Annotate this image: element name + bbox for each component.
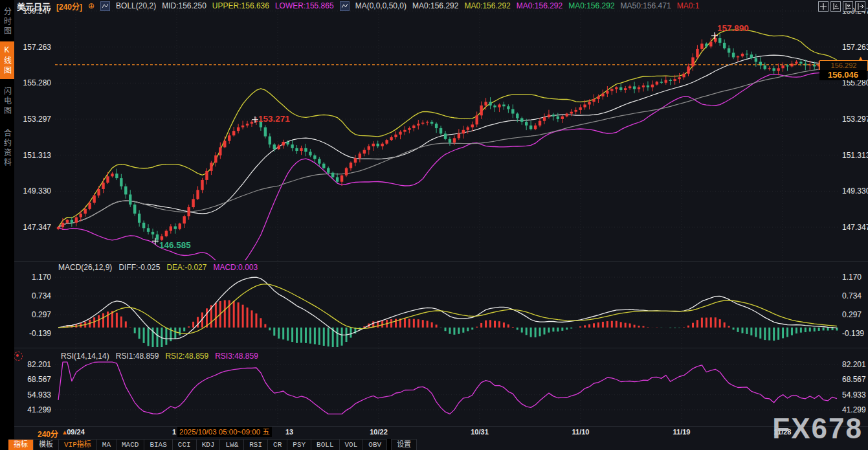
sidebar-item-lightning-chart[interactable]: 闪电图 xyxy=(0,82,14,120)
macd-pane-header: MACD(26,12,9) DIFF:-0.025 DEA:-0.027 MAC… xyxy=(58,263,258,272)
macd-hist-value: MACD:0.003 xyxy=(213,263,258,272)
toolbar-item-ma[interactable]: MA xyxy=(97,439,117,450)
indicator-toolbar: 指标 模板 VIP指标 MA MACD BIAS CCI KDJ LW& RSI… xyxy=(8,439,417,450)
toolbar-item-boll[interactable]: BOLL xyxy=(311,439,339,450)
peak-price-annotation: 153.271 xyxy=(258,114,290,124)
macd-label: MACD(26,12,9) xyxy=(58,263,112,272)
bid-price-label: 156.046 xyxy=(819,70,867,80)
boll-mid-value: MID:156.250 xyxy=(162,1,206,10)
period-label[interactable]: [240分] xyxy=(56,1,82,12)
x-axis-label: 09/24 xyxy=(67,428,85,436)
rsi3-value: RSI3:48.859 xyxy=(215,352,258,361)
boll-upper-value: UPPER:156.636 xyxy=(212,1,269,10)
boll-indicator-icon[interactable] xyxy=(100,1,110,11)
toolbar-item-macd[interactable]: MACD xyxy=(117,439,144,450)
toolbar-item-psy[interactable]: PSY xyxy=(287,439,311,450)
chart-header: 美元日元 [240分] ⊕ BOLL(20,2) MID:156.250 UPP… xyxy=(17,1,699,11)
ma0-magenta-value: MA0:156.292 xyxy=(517,1,562,10)
toolbar-item-obv[interactable]: OBV xyxy=(363,439,387,450)
ma-indicator-icon[interactable] xyxy=(340,1,350,11)
toolbar-item-lwr[interactable]: LW& xyxy=(220,439,244,450)
fx678-watermark: FX678 xyxy=(772,412,863,445)
ma50-value: MA50:156.471 xyxy=(621,1,671,10)
ma0-white-value: MA0:156.292 xyxy=(412,1,458,10)
crosshair-icon[interactable] xyxy=(818,1,829,12)
ma0-green-value: MA0:156.292 xyxy=(568,1,614,10)
rsi2-value: RSI2:48.859 xyxy=(165,352,208,361)
rsi-pane-header: RSI(14,14,14) RSI1:48.859 RSI2:48.859 RS… xyxy=(61,352,258,361)
toolbar-item-vip-indicator[interactable]: VIP指标 xyxy=(59,439,97,450)
axis-left-icon[interactable] xyxy=(830,1,841,12)
chart-window-controls xyxy=(818,1,865,12)
toolbar-item-kdj[interactable]: KDJ xyxy=(197,439,221,450)
chart-type-sidebar: 分时图 K线图 闪电图 合约资料 xyxy=(0,0,14,450)
toolbar-item-cr[interactable]: CR xyxy=(268,439,287,450)
sidebar-item-timeline-chart[interactable]: 分时图 xyxy=(0,3,14,40)
ma0-red-value: MA0:1 xyxy=(677,1,700,10)
symbol-name: 美元日元 xyxy=(17,0,50,12)
x-label-fragment-right: 13 xyxy=(285,428,293,436)
exit-right-icon[interactable] xyxy=(855,1,865,12)
add-icon[interactable]: ⊕ xyxy=(88,1,95,10)
x-axis-label: 10/31 xyxy=(471,428,489,436)
low-price-annotation: 146.585 xyxy=(159,240,191,250)
price-arrow-icon: ▲ xyxy=(857,54,864,62)
toolbar-item-rsi[interactable]: RSI xyxy=(244,439,268,450)
alert-marker-icon[interactable] xyxy=(14,352,23,361)
x-axis-label: 11/19 xyxy=(673,428,691,436)
rsi-label: RSI(14,14,14) xyxy=(61,352,109,361)
sidebar-item-candlestick-chart[interactable]: K线图 xyxy=(0,41,14,79)
macd-dea-value: DEA:-0.027 xyxy=(166,263,206,272)
ma0-yellow-value: MA0:156.292 xyxy=(464,1,510,10)
sidebar-item-contract-info[interactable]: 合约资料 xyxy=(0,123,14,174)
toolbar-item-vol[interactable]: VOL xyxy=(340,439,364,450)
period-selector[interactable]: 240分 xyxy=(38,428,58,439)
boll-label: BOLL(20,2) xyxy=(116,1,156,10)
high-price-annotation: 157.890 xyxy=(717,23,749,33)
toolbar-item-indicator[interactable]: 指标 xyxy=(8,439,34,450)
boll-lower-value: LOWER:155.865 xyxy=(275,1,334,10)
axis-right-icon[interactable] xyxy=(843,1,853,12)
x-label-fragment-left: 1 xyxy=(172,428,176,436)
x-axis-label: 11/10 xyxy=(572,428,590,436)
ma-label: MA(0,0,0,50,0) xyxy=(355,1,406,10)
date-tooltip: 2025/10/03 05:00~09:00 五 xyxy=(177,427,272,437)
rsi1-value: RSI1:48.859 xyxy=(116,352,159,361)
toolbar-item-cci[interactable]: CCI xyxy=(173,439,197,450)
toolbar-item-settings[interactable]: 设置 xyxy=(391,439,417,450)
macd-diff-value: DIFF:-0.025 xyxy=(118,263,160,272)
toolbar-item-bias[interactable]: BIAS xyxy=(144,439,172,450)
trading-app-window: 分时图 K线图 闪电图 合约资料 美元日元 [240分] ⊕ BOLL(20,2… xyxy=(0,0,868,450)
toolbar-item-template[interactable]: 模板 xyxy=(34,439,59,450)
x-axis-label: 10/22 xyxy=(370,428,388,436)
chart-canvas[interactable] xyxy=(0,0,868,427)
